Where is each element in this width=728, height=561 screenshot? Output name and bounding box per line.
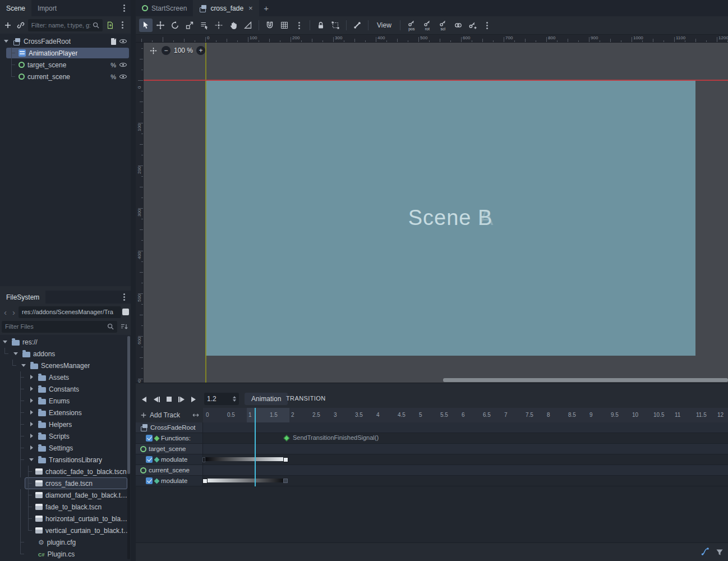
eye-icon[interactable] — [119, 72, 127, 81]
scene-tree-row[interactable]: AnimationPlayer — [0, 47, 131, 59]
keyframe-startdark[interactable] — [202, 457, 205, 462]
scrollbar-thumb[interactable] — [443, 378, 728, 382]
fs-tree-row[interactable]: ScenesManager — [0, 360, 131, 371]
fs-tree-row[interactable]: Helpers — [0, 419, 131, 430]
insert-key-button[interactable] — [466, 19, 480, 32]
expander-icon[interactable] — [2, 35, 10, 47]
fs-tree-row[interactable]: Extensions — [0, 407, 131, 419]
fs-tree-row[interactable]: horizontal_curtain_to_black.... — [0, 513, 131, 525]
zoom-in-button[interactable] — [196, 46, 205, 55]
play-backwards-from-end-button[interactable] — [150, 393, 163, 406]
anim-track-row[interactable]: CrossFadeRoot — [136, 422, 728, 433]
current-path-field[interactable]: res://addons/ScenesManager/Tra — [19, 306, 121, 318]
scale-tool-button[interactable] — [183, 19, 196, 32]
anim-track-row[interactable]: current_scene — [136, 465, 728, 476]
current-time-spinbox[interactable]: 1.2 — [204, 393, 239, 405]
animation-menu-button[interactable]: Animation — [245, 393, 288, 405]
pan-timeline-icon[interactable] — [192, 412, 200, 420]
fs-tree-row[interactable]: Assets — [0, 371, 131, 383]
fs-tree-row[interactable]: diamond_fade_to_black.tscn — [0, 489, 131, 501]
onion-skinning-toggle[interactable] — [451, 19, 465, 32]
expander-icon[interactable] — [27, 442, 35, 454]
scene-filter-input[interactable]: Filter: name, t:type, g: — [28, 19, 103, 31]
expander-icon[interactable] — [27, 383, 35, 395]
fs-tree-row[interactable]: TransitionsLibrary — [0, 454, 131, 466]
playhead[interactable] — [255, 408, 256, 486]
snap-options-menu-icon[interactable] — [292, 19, 306, 32]
percent-icon[interactable] — [110, 73, 116, 80]
tab-import[interactable]: Import — [31, 0, 63, 16]
track-timeline[interactable] — [203, 476, 728, 486]
dock-splitter[interactable] — [131, 0, 136, 561]
expander-icon[interactable] — [27, 419, 35, 430]
tab-startscreen[interactable]: StartScreen — [136, 0, 193, 16]
new-scene-tab-button[interactable] — [259, 0, 274, 16]
expander-icon[interactable] — [27, 371, 35, 383]
pan-tool-button[interactable] — [227, 19, 240, 32]
select-tool-button[interactable] — [139, 19, 153, 32]
tab-cross-fade[interactable]: cross_fade — [193, 0, 259, 16]
track-timeline[interactable] — [203, 422, 728, 433]
keyframe-fn[interactable] — [283, 435, 289, 441]
instance-scene-button[interactable] — [15, 19, 27, 31]
history-back-button[interactable] — [2, 306, 9, 318]
expander-icon[interactable] — [27, 430, 35, 442]
grid-snap-toggle[interactable] — [278, 19, 291, 32]
fs-tree-row[interactable]: plugin.cfg — [0, 536, 131, 548]
center-view-icon[interactable] — [148, 45, 158, 56]
key-pos-toggle[interactable]: pos — [404, 17, 419, 33]
list-select-tool-button[interactable] — [197, 19, 211, 32]
script-icon[interactable] — [111, 38, 116, 45]
ruler-tool-button[interactable] — [241, 19, 255, 32]
timeline-ruler[interactable]: 00.511.522.533.544.555.566.577.588.599.5… — [203, 408, 728, 422]
group-object-button[interactable] — [329, 19, 342, 32]
expander-icon[interactable] — [27, 407, 35, 419]
scene-tree-row[interactable]: current_scene — [0, 71, 131, 82]
fs-tree-row[interactable]: Scripts — [0, 430, 131, 442]
eye-icon[interactable] — [119, 37, 127, 45]
spinner-arrows-icon[interactable] — [233, 396, 236, 402]
track-timeline[interactable] — [203, 444, 728, 454]
toggle-split-mode-button[interactable] — [122, 309, 129, 315]
history-forward-button[interactable] — [10, 306, 17, 318]
percent-icon[interactable] — [110, 62, 116, 68]
fs-tree-row[interactable]: Settings — [0, 442, 131, 454]
skeleton-options-button[interactable] — [351, 19, 364, 32]
keyframe-white[interactable] — [202, 479, 208, 484]
keyframe-white[interactable] — [283, 457, 288, 462]
zoom-out-button[interactable] — [162, 46, 171, 55]
attach-script-button[interactable] — [104, 19, 116, 31]
scrollbar-thumb[interactable] — [127, 336, 130, 474]
2d-viewport[interactable]: Scene AB 100 % — [144, 43, 728, 383]
track-enabled-checkbox[interactable] — [146, 435, 153, 442]
bezier-editor-icon[interactable] — [701, 547, 710, 558]
play-from-start-button[interactable] — [175, 393, 187, 406]
rotate-tool-button[interactable] — [168, 19, 182, 32]
keyframe-dark[interactable] — [283, 479, 288, 483]
anim-track-row[interactable]: target_scene — [136, 444, 728, 454]
anim-track-row[interactable]: modulate — [136, 476, 728, 486]
fs-tree-row[interactable]: chaotic_fade_to_black.tscn — [0, 466, 131, 477]
expander-icon[interactable] — [12, 348, 20, 360]
fs-tree-row[interactable]: res:// — [0, 336, 131, 348]
track-enabled-checkbox[interactable] — [146, 477, 153, 484]
key-scale-toggle[interactable]: scl — [436, 17, 450, 33]
filesystem-menu-icon[interactable] — [119, 292, 128, 303]
play-backwards-button[interactable] — [138, 393, 150, 406]
tab-filesystem[interactable]: FileSystem — [0, 291, 45, 304]
scene-tree-row[interactable]: CrossFadeRoot — [0, 35, 131, 47]
expander-icon[interactable] — [27, 395, 35, 407]
play-button[interactable] — [187, 393, 200, 406]
smart-snap-toggle[interactable] — [263, 19, 277, 32]
pivot-tool-button[interactable] — [212, 19, 225, 32]
horizontal-scrollbar[interactable] — [144, 378, 728, 383]
animation-name[interactable]: TRANSITION — [286, 395, 326, 402]
sort-files-icon[interactable] — [119, 320, 129, 333]
anim-track-row[interactable]: Functions:SendTransitionFinishedSignal() — [136, 433, 728, 444]
move-tool-button[interactable] — [154, 19, 167, 32]
eye-icon[interactable] — [119, 61, 127, 69]
anim-track-row[interactable]: modulate — [136, 454, 728, 465]
zoom-level[interactable]: 100 % — [174, 47, 193, 54]
fs-tree-row[interactable]: addons — [0, 348, 131, 360]
track-timeline[interactable]: SendTransitionFinishedSignal() — [203, 433, 728, 443]
